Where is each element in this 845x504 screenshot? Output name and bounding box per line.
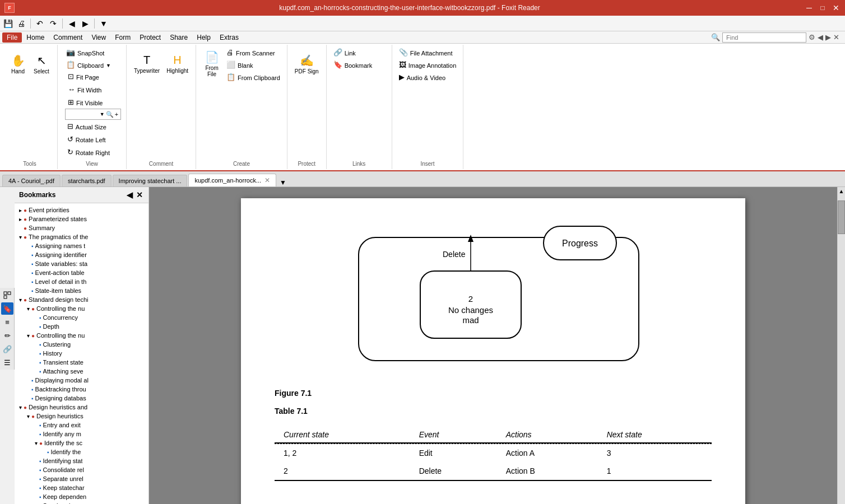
sidebar-tree-item[interactable]: ▪Assigning identifier bbox=[15, 250, 148, 259]
print-button[interactable]: 🖨 bbox=[16, 18, 27, 29]
actual-size-button[interactable]: ⊟ Actual Size bbox=[65, 121, 121, 133]
zoom-in-icon[interactable]: + bbox=[115, 111, 118, 118]
sidebar-tree-item[interactable]: ▪Level of detail in th bbox=[15, 277, 148, 286]
sidebar-tree-item[interactable]: ▪Identify the bbox=[15, 447, 148, 456]
tree-toggle-icon[interactable]: ▾ bbox=[25, 333, 31, 339]
tree-toggle-icon[interactable]: ▾ bbox=[25, 413, 31, 419]
sidebar-tree-item[interactable]: ▪History bbox=[15, 349, 148, 358]
clipboard-button[interactable]: 📋 Clipboard ▼ bbox=[64, 59, 120, 71]
fit-page-button[interactable]: ⊡ Fit Page bbox=[66, 71, 122, 83]
sidebar-tree-item[interactable]: ▪Assigning names t bbox=[15, 241, 148, 250]
restore-button[interactable]: □ bbox=[818, 3, 827, 12]
fields-button[interactable]: ☰ bbox=[1, 356, 13, 368]
sidebar-tree-item[interactable]: ▪Identifying stat bbox=[15, 456, 148, 465]
layers-button[interactable]: ≡ bbox=[1, 316, 13, 328]
image-annotation-button[interactable]: 🖼 Image Annotation bbox=[397, 59, 459, 71]
zoom-input[interactable]: 303.52% bbox=[68, 111, 99, 118]
from-clipboard-button[interactable]: 📋 From Clipboard bbox=[224, 72, 282, 83]
sidebar-tree-item[interactable]: ▾●Standard design techi bbox=[15, 295, 148, 304]
find-prev-icon[interactable]: ◀ bbox=[818, 33, 823, 41]
menu-help[interactable]: Help bbox=[192, 32, 215, 43]
audio-video-button[interactable]: ▶ Audio & Video bbox=[397, 72, 459, 83]
right-scrollbar[interactable]: ▲ ▼ bbox=[837, 187, 845, 504]
sidebar-tree-item[interactable]: ▪Depth bbox=[15, 322, 148, 331]
tab-starcharts[interactable]: starcharts.pdf bbox=[62, 175, 112, 186]
pdf-sign-button[interactable]: ✍ PDF Sign bbox=[292, 47, 322, 81]
menu-home[interactable]: Home bbox=[22, 32, 49, 43]
typewriter-button[interactable]: T Typewriter bbox=[131, 47, 162, 81]
rotate-right-button[interactable]: ↻ Rotate Right bbox=[65, 147, 121, 158]
sidebar-tree-item[interactable]: ▾●Design heuristics and bbox=[15, 403, 148, 412]
sidebar-tree-item[interactable]: ▪Transient state bbox=[15, 358, 148, 367]
sidebar-tree-item[interactable]: ▪State variables: sta bbox=[15, 259, 148, 268]
menu-file[interactable]: File bbox=[2, 32, 22, 43]
sidebar-icon-prev[interactable]: ◀ bbox=[126, 189, 134, 200]
back-button[interactable]: ◀ bbox=[66, 18, 77, 29]
sidebar-tree-item[interactable]: ▾●Controlling the nu bbox=[15, 331, 148, 340]
menu-view[interactable]: View bbox=[87, 32, 110, 43]
sidebar-icon-next[interactable]: ✕ bbox=[135, 189, 144, 200]
customize-button[interactable]: ▼ bbox=[98, 18, 109, 29]
zoom-input-box[interactable]: 303.52% ▼ 🔍 + bbox=[65, 109, 121, 120]
tab-close-icon[interactable]: ✕ bbox=[264, 176, 270, 184]
sidebar-tree-item[interactable]: ▾●Controlling the nu bbox=[15, 304, 148, 313]
scroll-up-arrow[interactable]: ▲ bbox=[838, 187, 845, 195]
sidebar-tree-item[interactable]: ▪Keep statechar bbox=[15, 483, 148, 492]
highlight-button[interactable]: H Highlight bbox=[164, 47, 191, 81]
bookmark-panel-button[interactable]: 🔖 bbox=[1, 302, 13, 315]
sidebar-tree-item[interactable]: ▪Entry and exit bbox=[15, 421, 148, 430]
zoom-out-icon[interactable]: 🔍 bbox=[106, 111, 114, 118]
zoom-dropdown-icon[interactable]: ▼ bbox=[100, 111, 105, 117]
tab-overflow-button[interactable]: ▼ bbox=[280, 179, 286, 186]
sidebar-tree-item[interactable]: ▪Clustering bbox=[15, 340, 148, 349]
tab-couriol[interactable]: 4A - Couriol_.pdf bbox=[2, 175, 61, 186]
snapshot-button[interactable]: 📷 SnapShot bbox=[64, 47, 120, 59]
sidebar-tree-item[interactable]: ▪Separate unrel bbox=[15, 474, 148, 483]
clipboard-dropdown-icon[interactable]: ▼ bbox=[106, 63, 111, 68]
tree-toggle-icon[interactable]: ▸ bbox=[17, 207, 24, 213]
sidebar-tree-item[interactable]: ▪Synchronize co bbox=[15, 501, 148, 504]
find-input[interactable] bbox=[722, 32, 806, 43]
scroll-thumb[interactable] bbox=[838, 200, 845, 234]
minimize-button[interactable]: ─ bbox=[805, 3, 814, 12]
sidebar-tree-item[interactable]: ▪Consolidate rel bbox=[15, 465, 148, 474]
from-file-button[interactable]: 📄 From File bbox=[201, 47, 223, 81]
hand-button[interactable]: ✋ Hand bbox=[7, 47, 29, 81]
menu-form[interactable]: Form bbox=[110, 32, 135, 43]
tree-toggle-icon[interactable]: ▸ bbox=[17, 216, 24, 222]
menu-protect[interactable]: Protect bbox=[135, 32, 165, 43]
forward-button[interactable]: ▶ bbox=[80, 18, 91, 29]
from-scanner-button[interactable]: 🖨 From Scanner bbox=[224, 47, 282, 59]
sidebar-tree-item[interactable]: ▪Backtracking throu bbox=[15, 385, 148, 394]
sidebar-tree-item[interactable]: ▪Concurrency bbox=[15, 313, 148, 322]
sidebar-tree-item[interactable]: ▪Event-action table bbox=[15, 268, 148, 277]
scroll-track[interactable] bbox=[838, 195, 845, 504]
fit-visible-button[interactable]: ⊞ Fit Visible bbox=[66, 97, 122, 109]
file-attachment-button[interactable]: 📎 File Attachment bbox=[397, 47, 459, 59]
page-thumbnail-button[interactable] bbox=[1, 289, 13, 301]
tree-toggle-icon[interactable]: ▾ bbox=[25, 306, 31, 312]
menu-extras[interactable]: Extras bbox=[215, 32, 243, 43]
redo-button[interactable]: ↷ bbox=[48, 18, 59, 29]
sidebar-tree-item[interactable]: ▪Identify any m bbox=[15, 430, 148, 438]
fit-width-button[interactable]: ↔ Fit Width bbox=[66, 84, 122, 96]
sidebar-tree-item[interactable]: ▾●Identify the sc bbox=[15, 438, 148, 447]
link-panel-button[interactable]: 🔗 bbox=[1, 343, 13, 355]
sidebar-tree-item[interactable]: ▪State-item tables bbox=[15, 286, 148, 295]
blank-button[interactable]: ⬜ Blank bbox=[224, 59, 282, 71]
find-settings-icon[interactable]: ⚙ bbox=[809, 33, 815, 41]
annotation-button[interactable]: ✏ bbox=[1, 329, 13, 342]
tree-toggle-icon[interactable]: ▾ bbox=[32, 440, 39, 446]
link-button[interactable]: 🔗 Link bbox=[331, 47, 387, 59]
tab-improving[interactable]: Improving statechart ... bbox=[113, 175, 188, 186]
sidebar-tree-item[interactable]: ▪Keep dependen bbox=[15, 492, 148, 501]
close-button[interactable]: ✕ bbox=[832, 3, 841, 12]
bookmark-button[interactable]: 🔖 Bookmark bbox=[331, 59, 387, 71]
tree-toggle-icon[interactable]: ▾ bbox=[17, 234, 24, 240]
tab-kupdf[interactable]: kupdf.com_an-horrock... ✕ bbox=[188, 174, 276, 186]
tree-toggle-icon[interactable]: ▾ bbox=[17, 297, 24, 303]
sidebar-tree-item[interactable]: ▪Designing databas bbox=[15, 394, 148, 403]
menu-share[interactable]: Share bbox=[165, 32, 192, 43]
sidebar-tree-item[interactable]: ▾●The pragmatics of the bbox=[15, 232, 148, 241]
find-close-icon[interactable]: ✕ bbox=[833, 33, 839, 41]
